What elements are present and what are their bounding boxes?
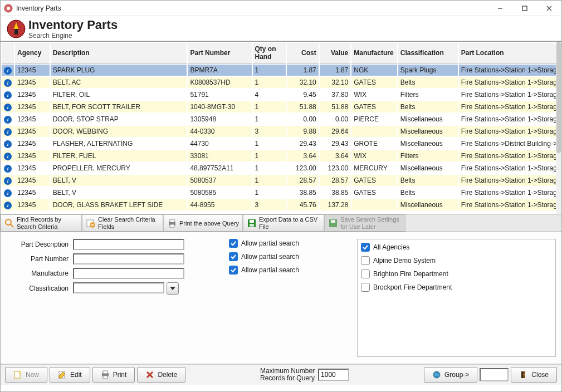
- info-icon[interactable]: i: [4, 67, 12, 75]
- column-headers: Agency Description Part Number Qty on Ha…: [2, 43, 559, 63]
- close-button[interactable]: Close: [511, 367, 557, 383]
- svg-rect-30: [521, 371, 523, 378]
- clear-icon: [86, 218, 96, 228]
- print-query-button[interactable]: Print the above Query: [163, 214, 243, 232]
- header-icon: [6, 19, 26, 39]
- partial-search-2-checkbox[interactable]: [229, 252, 238, 261]
- group-input[interactable]: [480, 368, 509, 381]
- info-icon[interactable]: i: [4, 116, 12, 124]
- all-agencies-checkbox[interactable]: [361, 243, 370, 252]
- col-manufacture[interactable]: Manufacture: [351, 43, 397, 63]
- table-row[interactable]: i12345FILTER, OIL5179149.4537.80WIXFilte…: [2, 89, 559, 100]
- label-classification: Classification: [6, 285, 73, 292]
- partial-search-1-checkbox[interactable]: [229, 239, 238, 248]
- table-row[interactable]: i12345PROPELLER, MERCURY48.897752A111123…: [2, 163, 559, 174]
- info-icon[interactable]: i: [4, 165, 12, 173]
- page-title: Inventory Parts: [28, 18, 118, 32]
- search-icon: [4, 218, 14, 228]
- check-icon: [231, 241, 236, 246]
- table-row[interactable]: i12345DOOR, GLASS BRAKET LEFT SIDE44-895…: [2, 199, 559, 210]
- agency-brockport-checkbox[interactable]: [361, 283, 370, 292]
- results-grid[interactable]: Agency Description Part Number Qty on Ha…: [1, 41, 561, 214]
- close-window-button[interactable]: [537, 1, 561, 16]
- info-icon[interactable]: i: [4, 177, 12, 185]
- svg-rect-20: [331, 220, 335, 223]
- col-value[interactable]: Value: [320, 43, 351, 63]
- printer-icon: [101, 370, 110, 379]
- table-row[interactable]: i12345BELT, ACK0808537HD132.1032.10GATES…: [2, 77, 559, 88]
- svg-rect-3: [522, 6, 527, 11]
- svg-point-1: [7, 7, 10, 10]
- svg-rect-25: [103, 376, 107, 379]
- info-icon[interactable]: i: [4, 189, 12, 197]
- clear-criteria-button[interactable]: Clear Search Criteria Fields: [82, 214, 163, 232]
- print-button[interactable]: Print: [92, 367, 135, 383]
- edit-icon: [58, 370, 67, 379]
- delete-icon: [145, 370, 154, 379]
- globe-icon: [432, 370, 441, 379]
- page-header: Inventory Parts Search Engine: [1, 16, 561, 41]
- svg-rect-18: [250, 224, 254, 227]
- table-row[interactable]: i12345FLASHER, ALTERNATING44730129.4329.…: [2, 138, 559, 149]
- table-row[interactable]: i12345DOOR, WEBBING44-033039.8829.64Misc…: [2, 126, 559, 137]
- label-manufacture: Manufacture: [6, 270, 73, 277]
- scrollbar-thumb[interactable]: [556, 42, 561, 153]
- new-button[interactable]: New: [5, 367, 47, 383]
- info-icon[interactable]: i: [4, 202, 12, 209]
- part-number-input[interactable]: [73, 253, 184, 264]
- col-agency[interactable]: Agency: [15, 43, 50, 63]
- part-description-input[interactable]: [73, 239, 184, 250]
- vertical-scrollbar[interactable]: [556, 42, 561, 214]
- table-row[interactable]: i12345BELT, V5080537128.5728.57GATESBelt…: [2, 175, 559, 186]
- info-icon[interactable]: i: [4, 128, 12, 136]
- delete-button[interactable]: Delete: [137, 367, 185, 383]
- partial-search-3-checkbox[interactable]: [229, 266, 238, 275]
- classification-dropdown-button[interactable]: [167, 282, 179, 295]
- export-csv-button[interactable]: Export Data to a CSV File: [243, 214, 324, 232]
- group-button[interactable]: Group->: [424, 367, 477, 383]
- info-icon[interactable]: i: [4, 153, 12, 160]
- app-icon: [4, 4, 13, 13]
- agency-alpine-checkbox[interactable]: [361, 256, 370, 265]
- col-cost[interactable]: Cost: [287, 43, 319, 63]
- table-row[interactable]: i12345DOOR, STOP STRAP130594810.000.00PI…: [2, 114, 559, 125]
- find-records-button[interactable]: Find Records by Search Criteria: [1, 214, 82, 232]
- table-row[interactable]: i12345BELT, V5080585138.8538.85GATESBelt…: [2, 187, 559, 198]
- agency-filter-panel: All Agencies Alpine Demo System Brighton…: [357, 239, 556, 357]
- info-icon[interactable]: i: [4, 104, 12, 111]
- minimize-button[interactable]: [488, 1, 512, 16]
- maximize-button[interactable]: [512, 1, 537, 16]
- info-icon[interactable]: i: [4, 79, 12, 87]
- save-search-button: Save Search Settings for Use Later: [324, 214, 405, 232]
- info-icon[interactable]: i: [4, 91, 12, 99]
- table-row[interactable]: i12345DOOR, GLASS BRAKET RIGHT SIDE44-89…: [2, 212, 559, 214]
- info-icon[interactable]: i: [4, 140, 12, 148]
- svg-rect-14: [170, 219, 174, 222]
- manufacture-input[interactable]: [73, 268, 184, 279]
- classification-input[interactable]: [73, 282, 164, 293]
- chevron-down-icon: [170, 287, 175, 290]
- info-icon[interactable]: i: [4, 214, 12, 214]
- col-partnum[interactable]: Part Number: [188, 43, 251, 63]
- svg-rect-24: [103, 371, 107, 374]
- table-row[interactable]: i12345BELT, FOR SCOTT TRAILER1040-8MGT-3…: [2, 101, 559, 112]
- col-qty[interactable]: Qty on Hand: [253, 43, 286, 63]
- edit-button[interactable]: Edit: [50, 367, 90, 383]
- svg-rect-17: [250, 220, 254, 223]
- max-records-input[interactable]: [318, 369, 349, 381]
- check-icon: [231, 267, 236, 273]
- col-classification[interactable]: Classification: [398, 43, 458, 63]
- agency-brighton-checkbox[interactable]: [361, 270, 370, 278]
- page-subtitle: Search Engine: [28, 32, 118, 40]
- table-row[interactable]: i12345FILTER, FUEL3308113.643.64WIXFilte…: [2, 150, 559, 161]
- search-criteria-panel: Part Description Part Number Manufacture…: [1, 232, 561, 365]
- max-records-control: Maximum Number Records for Query: [260, 367, 349, 382]
- svg-rect-7: [14, 29, 18, 35]
- window-titlebar: Inventory Parts: [1, 1, 561, 16]
- printer-icon: [167, 218, 177, 228]
- col-location[interactable]: Part Location: [459, 43, 559, 63]
- col-description[interactable]: Description: [51, 43, 187, 63]
- svg-point-31: [524, 374, 525, 375]
- table-row[interactable]: i12345SPARK PLUGBPMR7A11.871.87NGKSpark …: [2, 65, 559, 76]
- check-icon: [363, 244, 368, 250]
